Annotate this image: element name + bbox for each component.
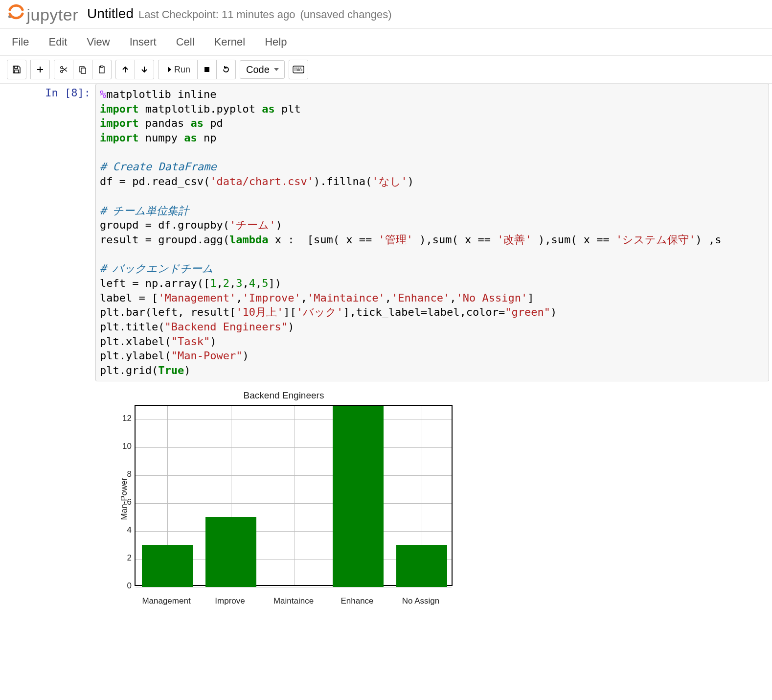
move-down-button[interactable] bbox=[135, 60, 154, 79]
svg-point-4 bbox=[61, 67, 63, 69]
svg-rect-15 bbox=[295, 70, 295, 70]
chart-gridline-h bbox=[136, 475, 452, 476]
notebook-header: jupyter Untitled Last Checkpoint: 11 min… bbox=[0, 0, 772, 28]
svg-rect-16 bbox=[296, 70, 300, 70]
menu-insert[interactable]: Insert bbox=[130, 36, 157, 48]
save-icon bbox=[12, 65, 21, 74]
chart-plot-area bbox=[135, 405, 453, 586]
chart-ytick: 8 bbox=[114, 469, 132, 479]
paste-button[interactable] bbox=[92, 60, 112, 79]
code-input-area[interactable]: %matplotlib inline import matplotlib.pyp… bbox=[95, 84, 769, 381]
toolbar: Run Code bbox=[0, 56, 772, 84]
chart-ytick: 12 bbox=[114, 414, 132, 423]
move-up-button[interactable] bbox=[115, 60, 135, 79]
svg-point-3 bbox=[61, 70, 63, 73]
chart-ytick: 4 bbox=[114, 525, 132, 535]
jupyter-logo-text: jupyter bbox=[26, 5, 78, 24]
keyboard-icon bbox=[293, 66, 304, 73]
chart-bar bbox=[333, 406, 384, 587]
plus-icon bbox=[36, 66, 44, 73]
menu-help[interactable]: Help bbox=[265, 36, 287, 48]
menubar: File Edit View Insert Cell Kernel Help bbox=[0, 28, 772, 56]
input-prompt: In [8]: bbox=[0, 84, 95, 381]
chart-gridline-h bbox=[136, 447, 452, 448]
cell-type-select-wrap: Code bbox=[240, 60, 285, 79]
svg-rect-6 bbox=[81, 68, 86, 73]
run-icon bbox=[165, 66, 171, 73]
chart-xtick: Maintaince bbox=[273, 596, 314, 606]
svg-rect-13 bbox=[298, 68, 299, 69]
chart-ytick: 6 bbox=[114, 497, 132, 507]
svg-rect-8 bbox=[101, 66, 103, 68]
arrow-up-icon bbox=[122, 66, 129, 73]
svg-rect-12 bbox=[296, 68, 297, 69]
chart-xtick: No Assign bbox=[402, 596, 440, 606]
menu-kernel[interactable]: Kernel bbox=[214, 36, 246, 48]
chart-xtick: Management bbox=[142, 596, 190, 606]
run-label: Run bbox=[174, 65, 190, 75]
menu-view[interactable]: View bbox=[87, 36, 110, 48]
cell-output: Backend Engineers Man-Power 024681012 Ma… bbox=[95, 390, 772, 608]
chart-bar bbox=[142, 545, 193, 586]
save-button[interactable] bbox=[7, 60, 26, 79]
chart-bar bbox=[396, 545, 447, 586]
menu-edit[interactable]: Edit bbox=[48, 36, 67, 48]
chart-ytick: 10 bbox=[114, 442, 132, 451]
notebook-area: In [8]: %matplotlib inline import matplo… bbox=[0, 84, 772, 628]
chart-gridline-h bbox=[136, 587, 452, 587]
chart-ytick: 0 bbox=[114, 581, 132, 591]
restart-button[interactable] bbox=[217, 60, 236, 79]
menu-cell[interactable]: Cell bbox=[176, 36, 195, 48]
checkpoint-status: Last Checkpoint: 11 minutes ago bbox=[138, 8, 295, 21]
chart-ytick: 2 bbox=[114, 553, 132, 563]
arrow-down-icon bbox=[141, 66, 148, 73]
scissors-icon bbox=[59, 65, 68, 74]
svg-rect-1 bbox=[15, 66, 18, 69]
jupyter-logo[interactable]: jupyter bbox=[7, 3, 78, 24]
svg-rect-14 bbox=[300, 68, 301, 69]
paste-icon bbox=[97, 65, 106, 74]
interrupt-button[interactable] bbox=[198, 60, 217, 79]
svg-rect-2 bbox=[15, 70, 19, 73]
bar-chart: Backend Engineers Man-Power 024681012 Ma… bbox=[105, 390, 462, 608]
cell-type-select[interactable]: Code bbox=[240, 60, 285, 79]
run-button[interactable]: Run bbox=[158, 60, 198, 79]
svg-rect-9 bbox=[204, 67, 209, 72]
copy-button[interactable] bbox=[73, 60, 92, 79]
chart-gridline-h bbox=[136, 503, 452, 504]
insert-cell-button[interactable] bbox=[30, 60, 50, 79]
jupyter-logo-icon bbox=[7, 3, 24, 21]
chart-xtick: Enhance bbox=[341, 596, 373, 606]
chart-bar bbox=[205, 517, 256, 586]
chart-gridline-h bbox=[136, 420, 452, 420]
svg-rect-11 bbox=[295, 68, 295, 69]
chart-xtick: Improve bbox=[215, 596, 245, 606]
code-cell[interactable]: In [8]: %matplotlib inline import matplo… bbox=[0, 84, 772, 381]
command-palette-button[interactable] bbox=[289, 60, 308, 79]
stop-icon bbox=[204, 66, 210, 73]
svg-rect-17 bbox=[301, 70, 302, 70]
cut-button[interactable] bbox=[54, 60, 73, 79]
chart-gridline-v bbox=[295, 406, 295, 585]
chart-title: Backend Engineers bbox=[105, 390, 462, 401]
notebook-name[interactable]: Untitled bbox=[87, 6, 134, 22]
restart-icon bbox=[222, 65, 230, 74]
chart-gridline-h bbox=[136, 531, 452, 532]
copy-icon bbox=[78, 65, 87, 74]
unsaved-indicator: (unsaved changes) bbox=[300, 8, 391, 21]
menu-file[interactable]: File bbox=[12, 36, 29, 48]
code-content[interactable]: %matplotlib inline import matplotlib.pyp… bbox=[100, 87, 765, 378]
